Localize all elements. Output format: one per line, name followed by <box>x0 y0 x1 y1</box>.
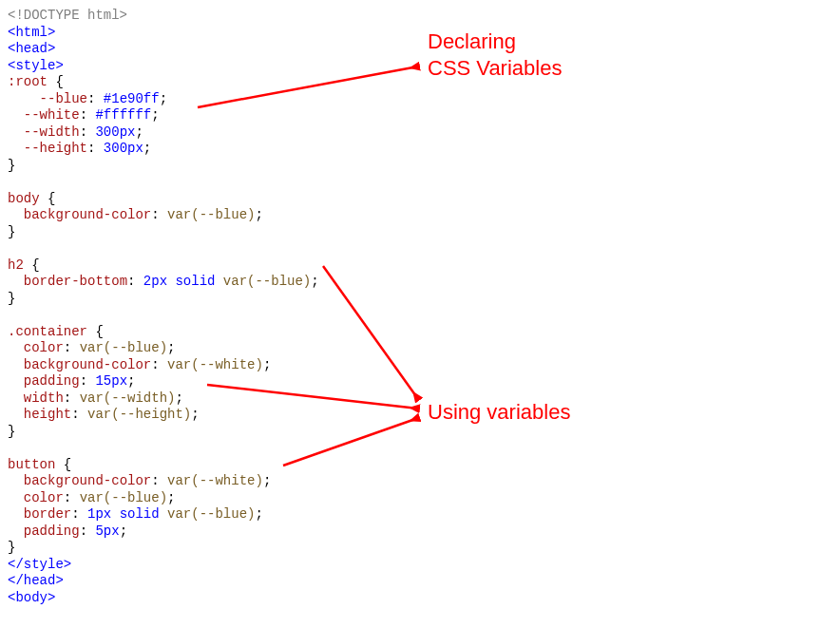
tag-style-close: </style> <box>8 557 71 572</box>
selector-container: .container <box>8 324 87 339</box>
prop-bgcolor-button: background-color <box>24 473 151 488</box>
tag-style-open: <style> <box>8 58 64 73</box>
tag-head-close: </head> <box>8 573 64 588</box>
prop-color-button: color <box>24 490 64 505</box>
tag-head-open: <head> <box>8 41 55 56</box>
val-blue: #1e90ff <box>104 91 160 106</box>
tag-html-open: <html> <box>8 25 55 40</box>
prop-border-button: border <box>24 506 71 522</box>
code-block: <!DOCTYPE html> <html> <head> <style> :r… <box>8 8 832 606</box>
selector-h2: h2 <box>8 257 24 273</box>
prop-height-decl: --height <box>24 141 87 156</box>
prop-padding-container: padding <box>24 373 80 389</box>
prop-height-container: height <box>24 407 71 422</box>
val-width-decl: 300px <box>95 124 135 140</box>
tag-body-open: <body> <box>8 590 55 605</box>
prop-blue: --blue <box>40 91 87 106</box>
prop-bgcolor-body: background-color <box>24 207 151 222</box>
annotation-using: Using variables <box>428 399 570 426</box>
prop-border-bottom: border-bottom <box>24 274 127 289</box>
prop-white: --white <box>24 107 80 123</box>
selector-root: :root <box>8 74 48 89</box>
prop-bgcolor-container: background-color <box>24 357 151 372</box>
prop-color-container: color <box>24 340 64 355</box>
annotation-declaring: Declaring CSS Variables <box>428 29 562 81</box>
doctype-line: <!DOCTYPE html> <box>8 8 127 23</box>
val-height-decl: 300px <box>104 141 143 156</box>
selector-button: button <box>8 457 55 472</box>
val-var-blue-h2: var(--blue) <box>223 274 311 289</box>
val-white: #ffffff <box>95 107 151 123</box>
prop-padding-button: padding <box>24 523 80 539</box>
prop-width-decl: --width <box>24 124 80 140</box>
val-var-blue-body: var(--blue) <box>167 207 255 222</box>
selector-body: body <box>8 191 40 206</box>
prop-width-container: width <box>24 390 64 406</box>
